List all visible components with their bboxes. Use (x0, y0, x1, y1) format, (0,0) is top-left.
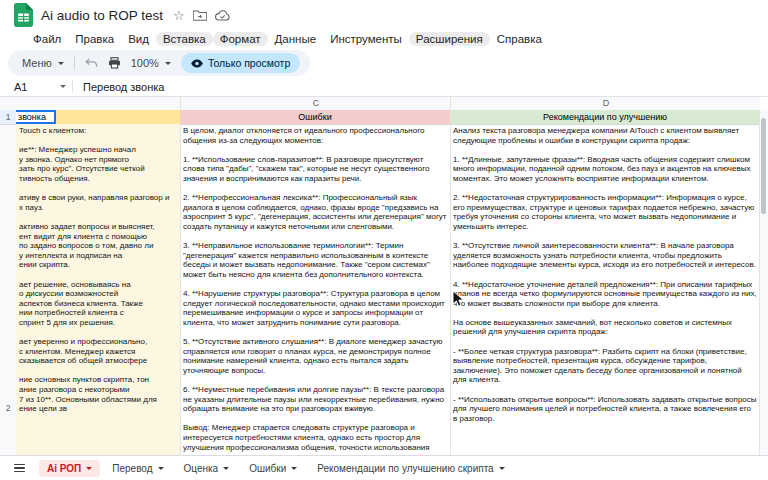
menu-view[interactable]: Вид (121, 32, 156, 46)
cell-c2-errors[interactable]: В целом, диалог отклоняется от идеальног… (180, 124, 450, 456)
menu-button-label: Меню (22, 57, 52, 69)
sheet-tab-rekomendacii[interactable]: Рекомендации по улучшению скрипта (309, 460, 512, 477)
column-d: Рекомендации по улучшению Анализ текста … (450, 110, 761, 456)
eye-icon (191, 59, 203, 68)
titlebar: Ai audio to ROP test ☆ (0, 0, 768, 30)
formula-bar: A1 Перевод звонка (0, 77, 768, 97)
column-c: Ошибки В целом, диалог отклоняется от ид… (180, 110, 451, 456)
toolbar: Меню 100% Только просмотр (8, 50, 760, 76)
caret-down-icon (223, 467, 229, 470)
cell-d1-header[interactable]: Рекомендации по улучшению (450, 110, 760, 124)
row1-d: Рекомендации по улучшению (450, 110, 760, 125)
print-button[interactable] (108, 57, 121, 69)
move-to-folder-icon[interactable] (193, 10, 207, 21)
cell-reference: A1 (14, 81, 27, 93)
menu-insert[interactable]: Вставка (156, 32, 213, 46)
sheet-tab-label: Перевод (112, 463, 152, 474)
toolbar-divider (74, 56, 75, 70)
column-a: звонка Touch с клиентом: ие**: Менеджер … (16, 110, 181, 456)
view-only-chip[interactable]: Только просмотр (181, 53, 300, 73)
row-header-1[interactable]: 1 (0, 110, 16, 125)
cell-a1-selected[interactable]: звонка (16, 110, 56, 124)
menu-help[interactable]: Справка (490, 32, 549, 46)
zoom-value: 100% (131, 57, 159, 69)
toolbar-pill: Меню 100% Только просмотр (8, 50, 310, 76)
caret-down-icon (165, 62, 171, 65)
scrollbar-thumb[interactable] (761, 118, 766, 214)
menubar: Файл Правка Вид Вставка Формат Данные Ин… (26, 29, 768, 48)
menu-extensions[interactable]: Расширения (409, 32, 490, 46)
all-sheets-menu-icon[interactable] (14, 464, 25, 473)
sheet-tab-ocenka[interactable]: Оценка (176, 460, 238, 477)
sheet-tab-bar: Ai РОП Перевод Оценка Ошибки Рекомендаци… (0, 455, 768, 480)
row-header-2[interactable]: 2 (0, 402, 16, 414)
menu-button[interactable]: Меню (22, 57, 64, 69)
doc-title[interactable]: Ai audio to ROP test (41, 8, 163, 23)
caret-down-icon (499, 467, 505, 470)
undo-button[interactable] (85, 58, 98, 68)
caret-down-icon (58, 62, 64, 65)
sheet-tab-label: Ai РОП (47, 463, 81, 474)
sheet-tab-label: Рекомендации по улучшению скрипта (317, 463, 493, 474)
row1-left-cells: звонка (16, 110, 180, 125)
sheet-tab-label: Оценка (184, 463, 219, 474)
mouse-cursor (452, 290, 466, 308)
view-only-label: Только просмотр (208, 57, 290, 69)
sheet-tab-ai-rop[interactable]: Ai РОП (39, 460, 100, 477)
cell-a2-transcript[interactable]: Touch с клиентом: ие**: Менеджер успешно… (16, 124, 180, 456)
menu-data[interactable]: Данные (268, 32, 324, 46)
formula-bar-divider (72, 80, 73, 93)
caret-down-icon (291, 467, 297, 470)
menu-tools[interactable]: Инструменты (323, 32, 409, 46)
sheets-logo-icon[interactable] (14, 3, 33, 27)
formula-input[interactable]: Перевод звонка (83, 81, 164, 93)
menu-file[interactable]: Файл (26, 32, 68, 46)
cell-b1[interactable] (56, 110, 180, 124)
row1-c: Ошибки (180, 110, 450, 125)
caret-down-icon (60, 85, 66, 88)
column-header-c[interactable]: C (180, 97, 451, 110)
google-sheets-app: Ai audio to ROP test ☆ Файл Правка Вид В… (0, 0, 768, 480)
cell-name-box[interactable]: A1 (0, 81, 72, 93)
menu-format[interactable]: Формат (213, 32, 268, 46)
column-header-strip: C D (16, 97, 760, 111)
cell-c1-header[interactable]: Ошибки (180, 110, 450, 124)
sheet-tab-oshibki[interactable]: Ошибки (241, 460, 305, 477)
caret-down-icon (158, 467, 164, 470)
zoom-select[interactable]: 100% (131, 57, 171, 69)
cloud-status-icon[interactable] (215, 10, 230, 21)
star-icon[interactable]: ☆ (173, 8, 185, 23)
sheet-tab-perevod[interactable]: Перевод (104, 460, 171, 477)
column-header-d[interactable]: D (450, 97, 761, 110)
menu-edit[interactable]: Правка (68, 32, 121, 46)
cell-d2-recommendations[interactable]: Анализ текста разговора менеджера компан… (450, 124, 760, 456)
select-all-corner[interactable] (0, 97, 17, 111)
caret-down-icon (86, 467, 92, 470)
spreadsheet-grid: C D 1 2 звонка Touch с клиентом: ие**: М… (0, 97, 768, 456)
vertical-scrollbar[interactable] (759, 110, 768, 456)
sheet-tab-label: Ошибки (249, 463, 286, 474)
row-header-gutter: 1 2 (0, 110, 17, 456)
